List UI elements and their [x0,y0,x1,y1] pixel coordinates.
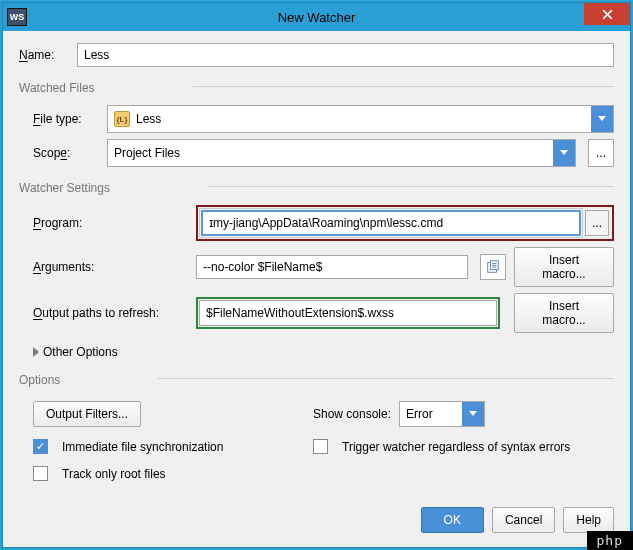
expand-arguments-button[interactable] [480,254,506,280]
separator [208,186,614,187]
separator [158,378,614,379]
scope-label: Scope: [33,146,99,160]
program-row: Program: ... [19,205,614,241]
dialog-window: WS New Watcher Name: Watched Files File … [2,2,631,548]
filetype-row: File type: {L} Less [19,105,614,133]
section-title-watched: Watched Files [19,81,95,95]
filetype-dropdown[interactable]: {L} Less [107,105,614,133]
program-label: Program: [33,216,188,230]
trigger-watcher-label: Trigger watcher regardless of syntax err… [342,440,570,454]
triangle-right-icon [33,347,39,357]
chevron-down-icon [553,140,575,166]
options-grid: Output Filters... Show console: Error ✓ … [19,401,614,481]
expand-icon [486,260,500,274]
ok-button[interactable]: OK [421,507,484,533]
immediate-sync-checkbox[interactable]: ✓ Immediate file synchronization [33,439,313,454]
watched-files-section: Watched Files [19,73,614,99]
dialog-footer: OK Cancel Help [3,496,630,547]
insert-macro-arguments-button[interactable]: Insert macro... [514,247,614,287]
output-input[interactable] [199,300,497,326]
checkbox-icon [33,466,48,481]
output-highlight [196,297,500,329]
scope-ellipsis-button[interactable]: ... [588,139,614,167]
output-filters-button[interactable]: Output Filters... [33,401,141,427]
name-input[interactable] [77,43,614,67]
watermark: php [587,531,633,550]
arguments-input[interactable] [196,255,468,279]
output-label: Output paths to refresh: [33,306,188,320]
watcher-settings-section: Watcher Settings [19,173,614,199]
close-button[interactable] [584,3,630,25]
track-root-label: Track only root files [62,467,166,481]
program-input[interactable] [201,210,581,236]
titlebar: WS New Watcher [3,3,630,31]
dialog-title: New Watcher [278,10,356,25]
track-root-checkbox[interactable]: Track only root files [33,466,313,481]
app-icon: WS [7,8,27,26]
dialog-content: Name: Watched Files File type: {L} Less … [3,31,630,496]
cancel-button[interactable]: Cancel [492,507,555,533]
chevron-down-icon [462,402,484,426]
arguments-row: Arguments: Insert macro... [19,247,614,287]
output-filters-cell: Output Filters... [33,401,313,427]
insert-macro-output-button[interactable]: Insert macro... [514,293,614,333]
scope-row: Scope: Project Files ... [19,139,614,167]
show-console-dropdown[interactable]: Error [399,401,485,427]
name-row: Name: [19,43,614,67]
show-console-cell: Show console: Error [313,401,614,427]
help-button[interactable]: Help [563,507,614,533]
output-row: Output paths to refresh: Insert macro... [19,293,614,333]
other-options-label: Other Options [43,345,118,359]
less-file-icon: {L} [114,111,130,127]
close-icon [602,9,613,20]
other-options-toggle[interactable]: Other Options [19,345,614,359]
options-section: Options [19,365,614,391]
scope-value: Project Files [114,146,180,160]
trigger-watcher-checkbox[interactable]: Trigger watcher regardless of syntax err… [313,439,614,454]
filetype-value: Less [136,112,161,126]
section-title-options: Options [19,373,60,387]
section-title-settings: Watcher Settings [19,181,110,195]
program-browse-button[interactable]: ... [585,210,609,236]
show-console-label: Show console: [313,407,391,421]
arguments-label: Arguments: [33,260,188,274]
scope-dropdown[interactable]: Project Files [107,139,576,167]
separator [193,86,614,87]
show-console-value: Error [406,407,433,421]
program-highlight: ... [196,205,614,241]
chevron-down-icon [591,106,613,132]
name-label: Name: [19,48,69,62]
checkbox-checked-icon: ✓ [33,439,48,454]
immediate-sync-label: Immediate file synchronization [62,440,223,454]
checkbox-icon [313,439,328,454]
filetype-label: File type: [33,112,99,126]
